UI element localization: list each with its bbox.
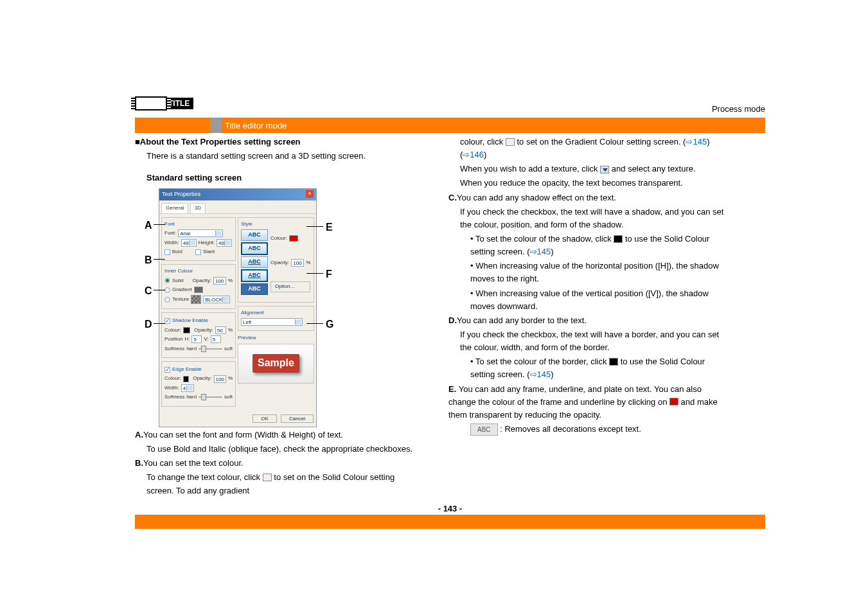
texture-icon xyxy=(191,295,201,304)
callout-a: A xyxy=(145,218,152,234)
colour-swatch-icon xyxy=(506,138,515,146)
opacity-input[interactable]: 100 xyxy=(213,277,226,285)
section-title: Title editor mode xyxy=(225,121,287,130)
link-146[interactable]: ⇨146 xyxy=(463,150,484,159)
b-text2: To change the text colour, click to set … xyxy=(146,471,418,497)
b-text1: You can set the text colour. xyxy=(143,458,244,468)
ok-button[interactable]: OK xyxy=(252,414,277,423)
preview-area: Sample xyxy=(238,344,314,384)
bold-checkbox[interactable] xyxy=(164,249,170,255)
style-abc-frame-underline[interactable]: ABC xyxy=(241,269,268,282)
section-header-bar: Title editor mode xyxy=(135,118,765,133)
text-properties-dialog: Text Properties × General 3D Font Font:A… xyxy=(159,188,317,427)
sample-text: Sample xyxy=(252,354,299,373)
slant-checkbox[interactable] xyxy=(195,249,201,255)
gradient-swatch[interactable] xyxy=(194,287,203,293)
bottom-orange-bar xyxy=(135,515,765,529)
font-fieldset: Font Font:Arial Width:48 Height:48 Bold … xyxy=(161,217,236,262)
edge-softness-slider[interactable] xyxy=(199,396,222,398)
red-swatch-icon xyxy=(669,398,678,405)
process-mode-label: Process mode xyxy=(135,104,765,114)
title-logo: TITLE xyxy=(135,96,206,123)
style-opacity-input[interactable]: 100 xyxy=(291,259,304,267)
c-text1: You can add any shadow effect on the tex… xyxy=(457,193,616,202)
edge-opacity-input[interactable]: 100 xyxy=(214,375,226,383)
shadow-checkbox[interactable] xyxy=(164,318,170,324)
callout-d: D xyxy=(145,317,152,333)
alignment-select[interactable]: Left xyxy=(241,318,303,326)
edge-fieldset: Edge Enable Colour: Opacity:100% Width:4… xyxy=(161,361,236,407)
width-select[interactable]: 48 xyxy=(181,239,197,247)
dropdown-arrow-icon xyxy=(600,166,609,173)
texture-radio[interactable] xyxy=(164,297,170,303)
height-select[interactable]: 48 xyxy=(217,239,232,247)
style-abc-plate[interactable]: ABC xyxy=(241,283,268,295)
shadow-colour-swatch[interactable] xyxy=(183,327,191,333)
d-text2: If you check the checkbox, the text will… xyxy=(460,328,731,354)
option-button[interactable]: Option... xyxy=(270,281,310,292)
inner-colour-fieldset: Inner Colour Solid Opacity:100% Gradient… xyxy=(161,264,236,309)
tab-general[interactable]: General xyxy=(161,203,188,213)
style-colour-swatch[interactable] xyxy=(289,235,298,242)
dialog-titlebar: Text Properties × xyxy=(159,189,316,200)
abc-button-icon: ABC xyxy=(470,423,498,436)
colour-swatch-icon xyxy=(263,474,272,481)
style-fieldset: Style ABC ABC ABC ABC ABC xyxy=(238,217,314,303)
edge-width-select[interactable]: 4 xyxy=(181,384,194,392)
page-number: - 143 - xyxy=(135,504,765,513)
font-select[interactable]: Arial xyxy=(178,229,223,237)
standard-subheading: Standard setting screen xyxy=(146,172,418,184)
edge-checkbox[interactable] xyxy=(164,367,170,373)
d-text1: You can add any border to the text. xyxy=(457,315,587,325)
c-b2: • When increasing value of the horizonta… xyxy=(470,260,731,285)
a-text1: You can set the font and form (Width & H… xyxy=(143,430,343,440)
c-text2: If you check the checkbox, the text will… xyxy=(460,206,731,231)
gradient-radio[interactable] xyxy=(164,287,170,293)
line3: When you reduce the opacity, the text be… xyxy=(460,177,731,190)
c-b3: • When increasing value of the vertical … xyxy=(470,287,731,313)
left-column: ■ About the Text Properties setting scre… xyxy=(135,136,418,499)
link-145[interactable]: ⇨145 xyxy=(530,247,551,256)
style-abc-underline[interactable]: ABC xyxy=(241,256,268,268)
callout-f: F xyxy=(326,267,332,283)
texture-select[interactable]: BLOCK xyxy=(203,296,230,303)
about-heading: About the Text Properties setting screen xyxy=(140,137,301,147)
tab-3d[interactable]: 3D xyxy=(190,203,206,213)
alignment-fieldset: Alignment Left xyxy=(238,306,314,331)
black-swatch-icon xyxy=(614,235,623,243)
callout-c: C xyxy=(145,283,152,299)
pos-h-input[interactable]: 5 xyxy=(191,335,202,343)
shadow-opacity-input[interactable]: 50 xyxy=(215,326,226,334)
edge-colour-swatch[interactable] xyxy=(183,376,189,382)
a-text2: To use Bold and Italic (oblique face), c… xyxy=(146,443,418,456)
right-column: colour, click to set on the Gradient Col… xyxy=(448,136,731,499)
pos-v-input[interactable]: 5 xyxy=(211,335,221,343)
link-145[interactable]: ⇨145 xyxy=(530,369,551,379)
callout-g: G xyxy=(326,317,333,333)
shadow-softness-slider[interactable] xyxy=(199,348,222,350)
style-abc-frame[interactable]: ABC xyxy=(241,242,268,255)
black-swatch-icon xyxy=(609,358,618,366)
cancel-button[interactable]: Cancel xyxy=(281,414,314,423)
solid-radio[interactable] xyxy=(164,278,170,283)
callout-b: B xyxy=(145,253,152,269)
intro-text: There is a standard setting screen and a… xyxy=(146,150,418,163)
close-icon[interactable]: × xyxy=(306,190,314,198)
style-abc-plain[interactable]: ABC xyxy=(241,229,268,241)
shadow-fieldset: Shadow Enable Colour: Opacity:50% Positi… xyxy=(161,312,236,358)
e-text: You can add any frame, underline, and pl… xyxy=(448,384,718,420)
link-145[interactable]: ⇨145 xyxy=(686,137,707,147)
callout-e: E xyxy=(326,220,333,236)
